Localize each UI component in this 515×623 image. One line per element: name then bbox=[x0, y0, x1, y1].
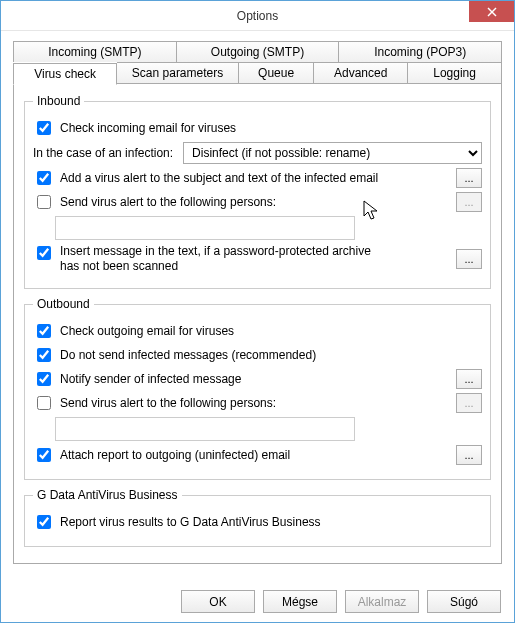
group-gdata-legend: G Data AntiVirus Business bbox=[33, 488, 182, 502]
label-add-virus-alert: Add a virus alert to the subject and tex… bbox=[60, 171, 378, 185]
group-outbound-legend: Outbound bbox=[33, 297, 94, 311]
group-outbound: Outbound Check outgoing email for viruse… bbox=[24, 297, 491, 480]
group-gdata: G Data AntiVirus Business Report virus r… bbox=[24, 488, 491, 547]
checkbox-report-results[interactable] bbox=[37, 515, 51, 529]
window-title: Options bbox=[237, 9, 278, 23]
label-inbound-send-alert-persons: Send virus alert to the following person… bbox=[60, 195, 276, 209]
input-outbound-persons[interactable] bbox=[55, 417, 355, 441]
tab-virus-check[interactable]: Virus check bbox=[13, 63, 117, 85]
apply-button[interactable]: Alkalmaz bbox=[345, 590, 419, 613]
group-inbound: Inbound Check incoming email for viruses… bbox=[24, 94, 491, 289]
tab-row-1: Incoming (SMTP) Outgoing (SMTP) Incoming… bbox=[13, 41, 502, 62]
close-button[interactable] bbox=[469, 1, 514, 22]
label-outbound-send-alert-persons: Send virus alert to the following person… bbox=[60, 396, 276, 410]
tab-outgoing-smtp[interactable]: Outgoing (SMTP) bbox=[177, 41, 340, 62]
label-do-not-send: Do not send infected messages (recommend… bbox=[60, 348, 316, 362]
checkbox-inbound-send-alert-persons[interactable] bbox=[37, 195, 51, 209]
group-inbound-legend: Inbound bbox=[33, 94, 84, 108]
label-check-outgoing: Check outgoing email for viruses bbox=[60, 324, 234, 338]
tab-panel: Inbound Check incoming email for viruses… bbox=[13, 84, 502, 564]
checkbox-add-virus-alert[interactable] bbox=[37, 171, 51, 185]
checkbox-check-outgoing[interactable] bbox=[37, 324, 51, 338]
label-insert-message: Insert message in the text, if a passwor… bbox=[60, 244, 380, 274]
dialog-content: Incoming (SMTP) Outgoing (SMTP) Incoming… bbox=[1, 31, 514, 564]
button-attach-report-options[interactable]: ... bbox=[456, 445, 482, 465]
label-attach-report: Attach report to outgoing (uninfected) e… bbox=[60, 448, 290, 462]
close-icon bbox=[487, 7, 497, 17]
label-check-incoming: Check incoming email for viruses bbox=[60, 121, 236, 135]
checkbox-check-incoming[interactable] bbox=[37, 121, 51, 135]
button-bar: OK Mégse Alkalmaz Súgó bbox=[181, 590, 501, 613]
help-button[interactable]: Súgó bbox=[427, 590, 501, 613]
tab-incoming-smtp[interactable]: Incoming (SMTP) bbox=[13, 41, 177, 62]
button-add-virus-alert-options[interactable]: ... bbox=[456, 168, 482, 188]
checkbox-outbound-send-alert-persons[interactable] bbox=[37, 396, 51, 410]
ok-button[interactable]: OK bbox=[181, 590, 255, 613]
tab-advanced[interactable]: Advanced bbox=[314, 62, 408, 84]
combo-infection-action[interactable]: Disinfect (if not possible: rename) bbox=[183, 142, 482, 164]
label-notify-sender: Notify sender of infected message bbox=[60, 372, 241, 386]
checkbox-insert-message[interactable] bbox=[37, 246, 51, 260]
label-infection: In the case of an infection: bbox=[33, 146, 173, 160]
tab-scan-parameters[interactable]: Scan parameters bbox=[117, 62, 239, 84]
checkbox-do-not-send[interactable] bbox=[37, 348, 51, 362]
button-insert-message-options[interactable]: ... bbox=[456, 249, 482, 269]
button-notify-sender-options[interactable]: ... bbox=[456, 369, 482, 389]
checkbox-notify-sender[interactable] bbox=[37, 372, 51, 386]
input-inbound-persons[interactable] bbox=[55, 216, 355, 240]
button-outbound-persons-options[interactable]: ... bbox=[456, 393, 482, 413]
tab-logging[interactable]: Logging bbox=[408, 62, 502, 84]
tab-incoming-pop3[interactable]: Incoming (POP3) bbox=[339, 41, 502, 62]
button-inbound-persons-options[interactable]: ... bbox=[456, 192, 482, 212]
label-report-results: Report virus results to G Data AntiVirus… bbox=[60, 515, 321, 529]
checkbox-attach-report[interactable] bbox=[37, 448, 51, 462]
tab-queue[interactable]: Queue bbox=[239, 62, 314, 84]
cancel-button[interactable]: Mégse bbox=[263, 590, 337, 613]
tab-row-2: Virus check Scan parameters Queue Advanc… bbox=[13, 62, 502, 84]
titlebar: Options bbox=[1, 1, 514, 31]
